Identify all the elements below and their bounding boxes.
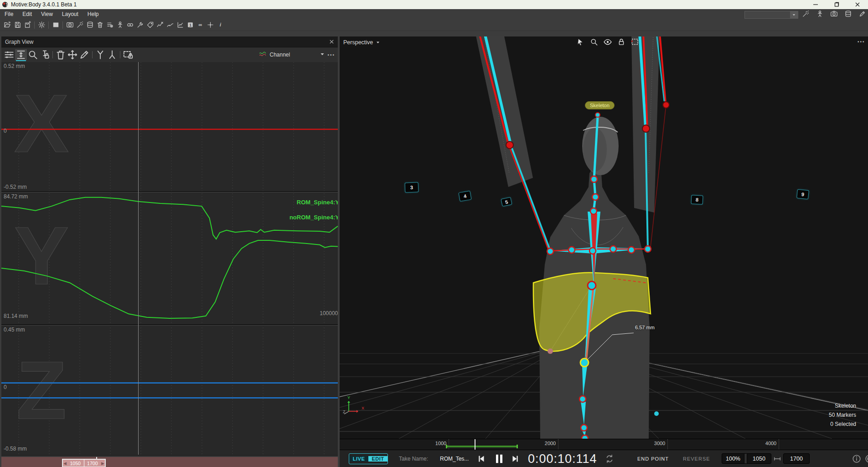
range-start-field[interactable]: 1050 <box>747 453 771 464</box>
take-list-icon[interactable] <box>105 20 115 30</box>
live-button[interactable]: LIVE <box>349 456 368 462</box>
ruler-tickmark <box>667 439 668 450</box>
scrubber-range-block[interactable]: ◀ 1050 1700 ▶ <box>62 459 106 467</box>
labeling-icon[interactable] <box>145 20 155 30</box>
menu-edit[interactable]: Edit <box>18 10 36 19</box>
graph-view-close-icon[interactable] <box>329 39 334 44</box>
take-name-value[interactable]: ROM_Tes... <box>440 450 469 467</box>
save-as-icon[interactable] <box>22 20 32 30</box>
visibility-icon[interactable] <box>603 37 612 48</box>
select-range-lock-icon[interactable] <box>122 49 134 60</box>
camera-tag-8[interactable]: 8 <box>691 195 703 204</box>
menu-help[interactable]: Help <box>83 10 103 19</box>
end-point-button[interactable]: END POINT <box>637 450 669 467</box>
svg-text:X: X <box>14 78 69 169</box>
range-right-handle[interactable]: ▶ <box>101 460 105 467</box>
camera-tag-3[interactable]: 3 <box>405 182 419 192</box>
camera-capture-icon[interactable] <box>830 10 838 19</box>
rigid-body-icon[interactable] <box>125 20 135 30</box>
frame-single-icon[interactable]: 1 <box>185 20 195 30</box>
range-end-field[interactable]: 1700 <box>783 453 810 464</box>
graph-mode-label[interactable]: Channel <box>269 52 317 58</box>
range-end-value[interactable]: 1700 <box>84 460 101 467</box>
timecode-display: 0:00:10:114 <box>528 450 597 467</box>
timeline-playhead[interactable] <box>475 439 475 450</box>
autoscale-icon[interactable] <box>15 49 27 60</box>
minimize-button[interactable] <box>805 0 826 9</box>
menu-file[interactable]: File <box>0 10 18 19</box>
data-streaming-icon[interactable] <box>85 20 95 30</box>
ruler-tick-1000: 1000 <box>435 441 446 446</box>
draw-keys-icon[interactable] <box>78 49 90 60</box>
move-keys-icon[interactable] <box>67 49 78 60</box>
motive-app: Motive:Body 3.4.0.1 Beta 1 FileEditViewL… <box>0 0 868 467</box>
edit-wand-icon[interactable] <box>802 10 810 19</box>
menu-layout[interactable]: Layout <box>57 10 83 19</box>
graph-tool-icon[interactable] <box>175 20 185 30</box>
search-input[interactable] <box>745 11 790 18</box>
info-pane-icon[interactable]: i <box>215 20 225 30</box>
skip-to-start-button[interactable] <box>476 450 486 467</box>
edge-clipped-icon[interactable] <box>864 450 868 467</box>
skeleton-pane-icon[interactable] <box>816 10 824 19</box>
open-file-icon[interactable] <box>2 20 12 30</box>
menubar: FileEditViewLayoutHelp <box>0 9 868 19</box>
live-edit-toggle[interactable]: LIVE EDIT <box>349 453 388 464</box>
layout-icon[interactable] <box>51 20 61 30</box>
skeleton-pane-icon[interactable] <box>115 20 125 30</box>
save-icon[interactable] <box>12 20 22 30</box>
svg-text:0: 0 <box>4 384 7 390</box>
settings-icon[interactable] <box>36 20 46 30</box>
timeline-working-range[interactable] <box>446 446 517 447</box>
channel-settings-icon[interactable] <box>3 49 15 60</box>
pin-lock-icon[interactable] <box>39 49 51 60</box>
svg-text:0.52 mm: 0.52 mm <box>4 63 25 69</box>
view-selector[interactable]: Perspective <box>343 39 373 46</box>
svg-text:i: i <box>220 22 222 27</box>
timeline-ruler[interactable]: 1000200030004000 <box>340 439 868 450</box>
edit-trajectories-icon[interactable] <box>155 20 165 30</box>
toolbar-separator <box>52 51 53 58</box>
transport-bar: LIVE EDIT Take Name: ROM_Tes... 0:00:10:… <box>340 450 868 467</box>
notes-icon[interactable] <box>858 10 866 19</box>
loop-icon[interactable] <box>604 450 615 467</box>
probe-icon[interactable] <box>205 20 215 30</box>
loop-infinity-icon[interactable]: ∞ <box>195 20 205 30</box>
gap-before-icon[interactable] <box>94 49 106 60</box>
zoom-select-icon[interactable] <box>27 49 39 60</box>
gap-after-icon[interactable] <box>106 49 118 60</box>
viewport-3d-scene[interactable]: Perspective ••• Skeleton 34589 6.57 mm S… <box>340 36 868 439</box>
zoom-icon[interactable] <box>589 37 599 48</box>
camera-tag-9[interactable]: 9 <box>796 189 809 200</box>
skip-to-end-button[interactable] <box>510 450 520 467</box>
lock-icon[interactable] <box>617 37 626 48</box>
data-streaming-icon[interactable] <box>844 10 852 19</box>
graph-plot-area[interactable]: XYZ0.52 mm0-0.52 mm84.72 mm81.14 mm0.45 … <box>1 62 338 455</box>
info-icon[interactable] <box>852 450 862 467</box>
range-start-value[interactable]: 1050 <box>67 460 84 467</box>
reverse-button[interactable]: REVERSE <box>683 450 710 467</box>
range-left-handle[interactable]: ◀ <box>63 460 67 467</box>
marquee-select-icon[interactable] <box>630 37 640 48</box>
menu-view[interactable]: View <box>36 10 57 19</box>
maximize-button[interactable] <box>826 0 847 9</box>
delete-take-icon[interactable] <box>95 20 105 30</box>
search-dropdown-caret-icon[interactable] <box>790 11 798 18</box>
graph-mode-dropdown-icon[interactable] <box>320 52 325 58</box>
edit-wand-icon[interactable] <box>75 20 85 30</box>
close-button[interactable] <box>847 0 868 9</box>
builder-icon[interactable] <box>135 20 145 30</box>
edit-button[interactable]: EDIT <box>368 456 388 462</box>
search-combobox[interactable] <box>744 11 798 19</box>
speed-value: 100% <box>722 456 744 462</box>
svg-text:1000000000: 1000000000 <box>320 310 338 317</box>
pause-button[interactable] <box>493 450 505 467</box>
graph-view-title: Graph View <box>5 39 33 45</box>
fill-gaps-icon[interactable] <box>165 20 175 30</box>
graph-range-scrubber[interactable]: ◀ 1050 1700 ▶ <box>1 456 338 467</box>
viewport-more-icon[interactable]: ••• <box>858 39 865 44</box>
calibration-icon[interactable] <box>65 20 75 30</box>
graph-more-icon[interactable]: ••• <box>327 52 335 57</box>
delete-keys-icon[interactable] <box>55 49 67 60</box>
cursor-icon[interactable] <box>576 37 585 48</box>
